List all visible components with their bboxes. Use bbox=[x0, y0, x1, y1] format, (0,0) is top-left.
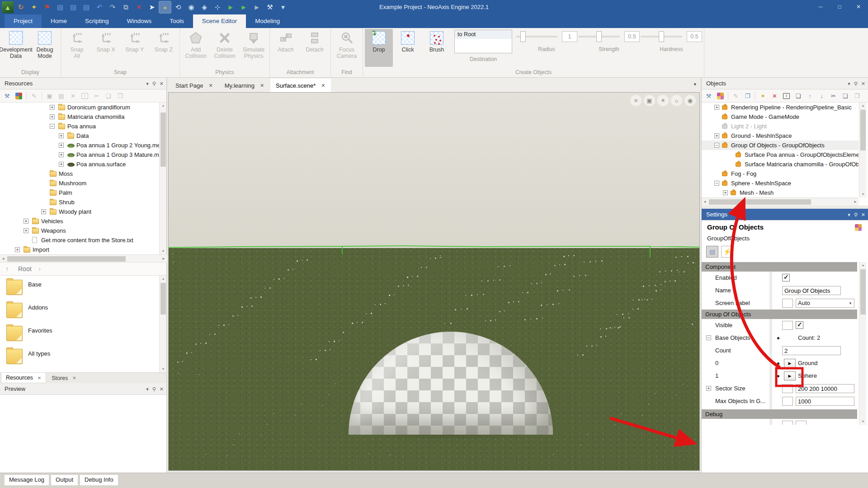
default-toggle-box[interactable] bbox=[782, 299, 793, 308]
ribbon-button-snap-all[interactable]: Snap All bbox=[63, 29, 91, 67]
folder-item-addons[interactable]: Addons bbox=[0, 300, 159, 324]
collapse-icon[interactable]: − bbox=[714, 181, 719, 186]
tree-item[interactable]: −Group Of Objects - GroupOfObjects bbox=[702, 141, 859, 150]
tree-item[interactable]: +Ground - MeshInSpace bbox=[702, 131, 859, 141]
tree-item[interactable]: −Poa annua bbox=[0, 122, 159, 131]
delete-icon[interactable]: ✕ bbox=[133, 1, 145, 13]
tree-item[interactable]: +Doronicum grandiflorum bbox=[0, 103, 159, 112]
close-icon[interactable]: ✕ bbox=[861, 78, 865, 89]
cut-icon[interactable]: ✂ bbox=[829, 92, 838, 100]
ribbon-button-drop[interactable]: ↴Drop bbox=[365, 29, 393, 67]
close-icon[interactable]: ✕ bbox=[861, 209, 865, 221]
panel-menu-icon[interactable]: ▾ bbox=[848, 78, 850, 89]
ribbon-tab-home[interactable]: Home bbox=[42, 14, 76, 28]
bottom-tab-resources[interactable]: Resources✕ bbox=[1, 373, 46, 383]
more-commands-icon[interactable]: ▾ bbox=[277, 1, 289, 13]
tools-icon[interactable]: ⚒ bbox=[264, 1, 276, 13]
delete-icon[interactable]: ✕ bbox=[770, 92, 779, 100]
save-as-icon[interactable]: ▤ bbox=[67, 1, 79, 13]
close-icon[interactable]: ✕ bbox=[160, 78, 164, 89]
ribbon-button-debug-mode[interactable]: Debug Mode bbox=[31, 29, 59, 67]
scroll-thumb[interactable] bbox=[709, 199, 811, 205]
slider-handle[interactable] bbox=[659, 31, 664, 42]
duplicate-icon[interactable]: ⧉ bbox=[120, 1, 132, 13]
default-toggle-box[interactable] bbox=[796, 421, 807, 425]
folder-item-favorites[interactable]: Favorites bbox=[0, 324, 159, 347]
folder-item-base[interactable]: Base bbox=[0, 277, 159, 300]
ribbon-button-snap-x[interactable]: Snap X bbox=[92, 29, 120, 67]
tree-item[interactable]: +Matricaria chamomilla bbox=[0, 112, 159, 122]
scene-viewport[interactable]: ≡▣☀☼◉ bbox=[168, 92, 700, 471]
close-icon[interactable]: ✕ bbox=[260, 83, 264, 89]
collapse-icon[interactable]: − bbox=[714, 143, 719, 148]
settings-icon[interactable]: ⚒ bbox=[3, 92, 11, 100]
scroll-up-icon[interactable]: ▲ bbox=[160, 103, 167, 109]
play-project-icon[interactable]: ▶ bbox=[238, 1, 250, 13]
edit-icon[interactable]: ✎ bbox=[30, 92, 38, 100]
tree-item[interactable]: +Poa annua.surface bbox=[0, 160, 159, 169]
tree-item[interactable]: Palm bbox=[0, 188, 159, 197]
sun-icon[interactable]: ☀ bbox=[657, 95, 669, 106]
bottom-tab-stores[interactable]: Stores✕ bbox=[47, 373, 81, 383]
windows-icon[interactable]: ❐ bbox=[743, 92, 752, 100]
tree-item[interactable]: −Sphere - MeshInSpace bbox=[702, 178, 859, 188]
scale-tool-icon[interactable]: ◉ bbox=[185, 1, 197, 13]
select-tool-icon[interactable]: ➤ bbox=[146, 1, 158, 13]
folder-item-all-types[interactable]: All types bbox=[0, 347, 159, 370]
move-down-icon[interactable]: ↓ bbox=[817, 92, 826, 100]
scroll-thumb[interactable] bbox=[7, 256, 126, 262]
default-toggle-box[interactable] bbox=[782, 421, 793, 425]
tree-item[interactable]: +Import bbox=[0, 245, 159, 254]
document-tab-my-learning[interactable]: My.learning✕ bbox=[219, 79, 269, 92]
ribbon-tab-project[interactable]: Project bbox=[5, 14, 42, 28]
expand-icon[interactable]: + bbox=[15, 247, 20, 252]
tree-item[interactable]: +Poa annua 1 Group 2 Young.me bbox=[0, 141, 159, 150]
tree-item[interactable]: +Data bbox=[0, 131, 159, 141]
scroll-thumb[interactable] bbox=[860, 269, 866, 314]
delete-icon[interactable]: ✕ bbox=[69, 92, 77, 100]
lighting-icon[interactable]: ☼ bbox=[671, 95, 682, 106]
reference-button[interactable]: ▶ bbox=[784, 371, 796, 380]
ribbon-button-attach[interactable]: Attach bbox=[272, 29, 300, 67]
transform-xyz-tool-icon[interactable]: ◈ bbox=[198, 1, 210, 13]
scroll-down-icon[interactable]: ▼ bbox=[160, 248, 167, 254]
save-icon[interactable]: ▤ bbox=[54, 1, 66, 13]
folder-list[interactable]: BaseAddonsFavoritesAll types bbox=[0, 276, 159, 372]
ribbon-button-snap-z[interactable]: Snap Z bbox=[150, 29, 178, 67]
expand-icon[interactable]: + bbox=[714, 105, 719, 110]
splitter[interactable] bbox=[702, 206, 868, 209]
objects-tree-hscrollbar[interactable]: ◄► bbox=[702, 197, 859, 206]
scroll-down-icon[interactable]: ▼ bbox=[160, 366, 167, 372]
tree-item[interactable]: +Rendering Pipeline - RenderingPipeline_… bbox=[702, 103, 859, 112]
play-scene-icon[interactable]: ▶ bbox=[225, 1, 236, 13]
import-content-icon[interactable]: ⚑ bbox=[41, 1, 53, 13]
panel-menu-icon[interactable]: ▾ bbox=[146, 78, 149, 89]
hardness-value[interactable]: 0.5 bbox=[687, 31, 702, 42]
scroll-right-icon[interactable]: ► bbox=[852, 198, 859, 206]
close-icon[interactable]: ✕ bbox=[160, 384, 164, 395]
camera-icon[interactable]: ◉ bbox=[684, 95, 696, 106]
ribbon-button-simulate-physics[interactable]: Simulate Physics bbox=[240, 29, 268, 67]
tree-item[interactable]: +Woody plant bbox=[0, 207, 159, 216]
new-resource-icon[interactable]: ✦ bbox=[28, 1, 40, 13]
pin-icon[interactable]: ⚲ bbox=[854, 209, 858, 221]
save-all-icon[interactable]: ▤ bbox=[80, 1, 92, 13]
checkbox[interactable] bbox=[796, 321, 803, 329]
collapse-icon[interactable]: − bbox=[50, 124, 55, 129]
resources-tree-hscrollbar[interactable]: ◄► bbox=[0, 254, 167, 263]
ribbon-tab-scripting[interactable]: Scripting bbox=[76, 14, 118, 28]
display-modes-icon[interactable]: ▣ bbox=[644, 95, 655, 106]
up-level-icon[interactable]: ↑ bbox=[5, 263, 9, 275]
scroll-left-icon[interactable]: ◄ bbox=[702, 198, 708, 206]
duplicate-icon[interactable]: ❏ bbox=[794, 92, 802, 100]
tree-item[interactable]: Light 2 - Light bbox=[702, 122, 859, 131]
render-stats-icon[interactable]: ≡ bbox=[630, 95, 642, 106]
neoaxis-logo-icon[interactable]: ▲ bbox=[2, 1, 14, 13]
ribbon-button-delete-collision[interactable]: Delete Collision bbox=[211, 29, 239, 67]
objects-tree-vscrollbar[interactable]: ▲▼ bbox=[859, 103, 866, 197]
tree-item[interactable]: Game Mode - GameMode bbox=[702, 112, 859, 122]
radius-slider[interactable] bbox=[516, 36, 557, 38]
import-icon[interactable]: ▣ bbox=[45, 92, 54, 100]
expand-icon[interactable]: + bbox=[59, 162, 64, 167]
tree-item[interactable]: Get more content from the Store.txt bbox=[0, 235, 159, 245]
